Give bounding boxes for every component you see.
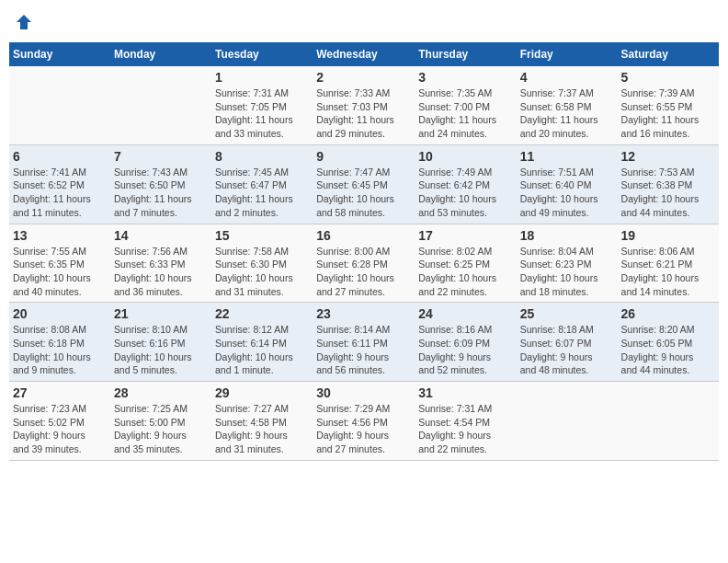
day-number: 28 [114,385,208,400]
day-detail: Sunrise: 7:49 AM Sunset: 6:42 PM Dayligh… [418,166,512,220]
calendar-cell: 6Sunrise: 7:41 AM Sunset: 6:52 PM Daylig… [9,144,110,224]
day-detail: Sunrise: 7:55 AM Sunset: 6:35 PM Dayligh… [13,245,107,299]
day-number: 9 [316,149,411,164]
header-monday: Monday [110,42,211,66]
week-row-4: 20Sunrise: 8:08 AM Sunset: 6:18 PM Dayli… [9,303,719,382]
day-number: 26 [621,306,715,321]
day-detail: Sunrise: 7:29 AM Sunset: 4:56 PM Dayligh… [316,402,411,456]
day-detail: Sunrise: 7:41 AM Sunset: 6:52 PM Dayligh… [13,166,107,220]
day-detail: Sunrise: 7:51 AM Sunset: 6:40 PM Dayligh… [520,166,614,220]
calendar-cell [517,382,618,461]
calendar-cell: 4Sunrise: 7:37 AM Sunset: 6:58 PM Daylig… [517,66,618,144]
calendar-cell: 1Sunrise: 7:31 AM Sunset: 7:05 PM Daylig… [211,66,313,144]
day-number: 14 [114,228,208,243]
day-number: 6 [13,149,107,164]
day-detail: Sunrise: 8:14 AM Sunset: 6:11 PM Dayligh… [316,323,411,377]
day-detail: Sunrise: 7:43 AM Sunset: 6:50 PM Dayligh… [114,166,208,220]
day-number: 4 [520,70,614,85]
day-number: 8 [215,149,309,164]
calendar-cell: 22Sunrise: 8:12 AM Sunset: 6:14 PM Dayli… [211,303,313,382]
calendar-cell: 13Sunrise: 7:55 AM Sunset: 6:35 PM Dayli… [9,224,110,303]
day-number: 29 [215,385,309,400]
day-detail: Sunrise: 7:47 AM Sunset: 6:45 PM Dayligh… [316,166,411,220]
day-number: 11 [520,149,614,164]
day-detail: Sunrise: 7:58 AM Sunset: 6:30 PM Dayligh… [215,245,309,299]
day-detail: Sunrise: 7:35 AM Sunset: 7:00 PM Dayligh… [418,86,512,141]
day-detail: Sunrise: 7:23 AM Sunset: 5:02 PM Dayligh… [13,402,107,456]
calendar-cell: 7Sunrise: 7:43 AM Sunset: 6:50 PM Daylig… [110,144,211,224]
day-number: 23 [316,306,411,321]
calendar-cell: 19Sunrise: 8:06 AM Sunset: 6:21 PM Dayli… [618,224,719,303]
logo [9,9,37,35]
day-number: 22 [215,306,309,321]
calendar-cell: 10Sunrise: 7:49 AM Sunset: 6:42 PM Dayli… [415,144,516,224]
day-detail: Sunrise: 8:10 AM Sunset: 6:16 PM Dayligh… [114,323,208,377]
calendar-cell: 16Sunrise: 8:00 AM Sunset: 6:28 PM Dayli… [313,224,415,303]
day-detail: Sunrise: 7:56 AM Sunset: 6:33 PM Dayligh… [114,245,208,299]
day-number: 13 [13,228,107,243]
day-number: 27 [13,385,107,400]
day-detail: Sunrise: 7:33 AM Sunset: 7:03 PM Dayligh… [316,86,411,141]
calendar-cell: 9Sunrise: 7:47 AM Sunset: 6:45 PM Daylig… [313,144,415,224]
calendar-table: SundayMondayTuesdayWednesdayThursdayFrid… [9,42,719,461]
calendar-cell: 27Sunrise: 7:23 AM Sunset: 5:02 PM Dayli… [9,382,110,461]
day-number: 25 [520,306,614,321]
calendar-cell: 28Sunrise: 7:25 AM Sunset: 5:00 PM Dayli… [110,382,211,461]
week-row-5: 27Sunrise: 7:23 AM Sunset: 5:02 PM Dayli… [9,382,719,461]
calendar-cell: 21Sunrise: 8:10 AM Sunset: 6:16 PM Dayli… [110,303,211,382]
day-number: 19 [621,228,715,243]
day-detail: Sunrise: 7:31 AM Sunset: 7:05 PM Dayligh… [215,86,309,141]
day-detail: Sunrise: 7:45 AM Sunset: 6:47 PM Dayligh… [215,166,309,220]
day-number: 18 [520,228,614,243]
page-header [9,9,719,35]
day-detail: Sunrise: 7:53 AM Sunset: 6:38 PM Dayligh… [621,166,715,220]
day-number: 5 [621,70,715,85]
week-row-2: 6Sunrise: 7:41 AM Sunset: 6:52 PM Daylig… [9,144,719,224]
calendar-cell: 25Sunrise: 8:18 AM Sunset: 6:07 PM Dayli… [517,303,618,382]
calendar-cell: 15Sunrise: 7:58 AM Sunset: 6:30 PM Dayli… [211,224,313,303]
calendar-cell: 24Sunrise: 8:16 AM Sunset: 6:09 PM Dayli… [415,303,516,382]
header-wednesday: Wednesday [313,42,415,66]
day-detail: Sunrise: 8:02 AM Sunset: 6:25 PM Dayligh… [418,245,512,299]
day-number: 21 [114,306,208,321]
day-number: 24 [418,306,512,321]
calendar-cell: 3Sunrise: 7:35 AM Sunset: 7:00 PM Daylig… [415,66,516,144]
day-number: 20 [13,306,107,321]
calendar-cell: 23Sunrise: 8:14 AM Sunset: 6:11 PM Dayli… [313,303,415,382]
calendar-cell: 18Sunrise: 8:04 AM Sunset: 6:23 PM Dayli… [517,224,618,303]
day-detail: Sunrise: 7:39 AM Sunset: 6:55 PM Dayligh… [621,86,715,141]
calendar-cell: 31Sunrise: 7:31 AM Sunset: 4:54 PM Dayli… [415,382,516,461]
week-row-3: 13Sunrise: 7:55 AM Sunset: 6:35 PM Dayli… [9,224,719,303]
day-detail: Sunrise: 7:31 AM Sunset: 4:54 PM Dayligh… [418,402,512,456]
day-detail: Sunrise: 7:27 AM Sunset: 4:58 PM Dayligh… [215,402,309,456]
day-detail: Sunrise: 8:06 AM Sunset: 6:21 PM Dayligh… [621,245,715,299]
svg-marker-0 [17,15,31,29]
day-detail: Sunrise: 7:37 AM Sunset: 6:58 PM Dayligh… [520,86,614,141]
day-number: 10 [418,149,512,164]
day-number: 31 [418,385,512,400]
day-detail: Sunrise: 8:16 AM Sunset: 6:09 PM Dayligh… [418,323,512,377]
calendar-cell: 14Sunrise: 7:56 AM Sunset: 6:33 PM Dayli… [110,224,211,303]
calendar-cell: 2Sunrise: 7:33 AM Sunset: 7:03 PM Daylig… [313,66,415,144]
header-saturday: Saturday [618,42,719,66]
day-number: 17 [418,228,512,243]
header-friday: Friday [517,42,618,66]
calendar-cell: 20Sunrise: 8:08 AM Sunset: 6:18 PM Dayli… [9,303,110,382]
week-row-1: 1Sunrise: 7:31 AM Sunset: 7:05 PM Daylig… [9,66,719,144]
weekday-header-row: SundayMondayTuesdayWednesdayThursdayFrid… [9,42,719,66]
day-number: 3 [418,70,512,85]
day-number: 12 [621,149,715,164]
day-detail: Sunrise: 8:00 AM Sunset: 6:28 PM Dayligh… [316,245,411,299]
header-sunday: Sunday [9,42,110,66]
day-number: 1 [215,70,309,85]
calendar-cell [618,382,719,461]
calendar-cell: 30Sunrise: 7:29 AM Sunset: 4:56 PM Dayli… [313,382,415,461]
day-number: 30 [316,385,411,400]
day-number: 16 [316,228,411,243]
day-detail: Sunrise: 8:18 AM Sunset: 6:07 PM Dayligh… [520,323,614,377]
logo-icon [15,13,33,31]
day-number: 15 [215,228,309,243]
day-number: 7 [114,149,208,164]
calendar-cell: 26Sunrise: 8:20 AM Sunset: 6:05 PM Dayli… [618,303,719,382]
calendar-cell [110,66,211,144]
